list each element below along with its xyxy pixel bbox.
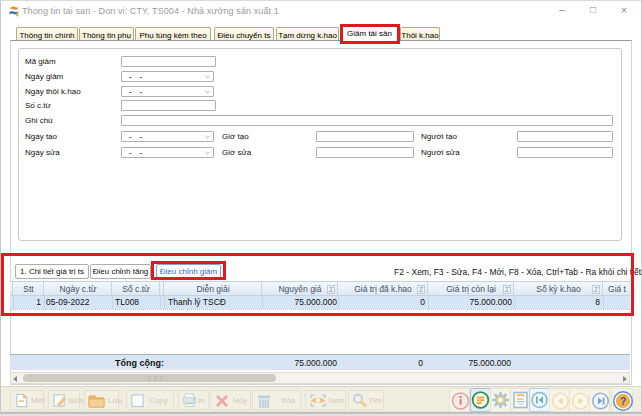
svg-text:?: ? [620, 396, 626, 407]
